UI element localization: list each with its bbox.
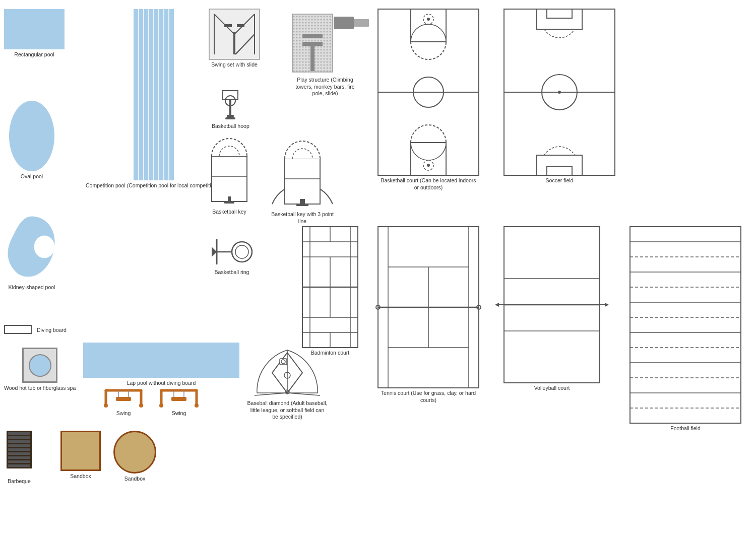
sandbox-round-label: Sandbox [124,476,145,483]
svg-rect-50 [302,42,323,46]
oval-pool-item: Oval pool [9,101,54,180]
svg-rect-2 [8,432,30,435]
svg-rect-56 [225,117,235,119]
svg-point-69 [235,245,248,258]
bball-key-3pt-shape [267,139,338,209]
svg-rect-49 [302,34,323,38]
svg-rect-42 [233,32,235,54]
lap-pool-shape [83,343,239,378]
svg-rect-53 [229,100,231,115]
rectangular-pool-shape [4,9,65,49]
bball-key-item: Basketball key [209,146,249,216]
soccer-field-label: Soccer field [546,177,574,184]
svg-rect-48 [354,19,369,27]
swing-set-label: Swing set with slide [211,61,258,69]
svg-rect-3 [8,436,30,439]
swing-set-item: Swing set with slide [209,9,260,69]
sandbox-round-item: Sandbox [113,431,156,483]
svg-rect-30 [171,397,186,401]
sandbox-square-item: Sandbox [60,431,101,480]
bball-ring-label: Basketball ring [215,269,249,276]
bball-ring-item: Basketball ring [209,237,255,276]
tennis-court-item: Tennis court (Use for grass, clay, or ha… [378,227,479,403]
bball-key-3pt-item: Basketball key with 3 point line [267,139,338,225]
sandbox-square-label: Sandbox [70,473,91,480]
swing2-item: Swing [159,388,199,417]
diving-board-shape [4,325,32,334]
barbeque-label: Barbeque [8,478,31,485]
bball-court-shape [378,9,479,175]
swing-set-shape [209,9,260,59]
football-field-item: Football field [630,227,741,432]
bball-hoop-item: Basketball hoop [212,91,249,130]
wood-hot-tub-label: Wood hot tub or fiberglass spa [4,385,76,392]
diving-board-item: Diving board [4,325,67,334]
wood-hot-tub-item: Wood hot tub or fiberglass spa [4,348,76,392]
tennis-court-shape [378,227,479,388]
baseball-shape [252,327,323,398]
play-structure-label: Play structure (Climbing towers, monkey … [290,77,360,97]
svg-point-96 [427,164,430,167]
svg-rect-64 [296,204,308,206]
sandbox-round-shape [113,431,156,474]
wood-hot-tub-shape [22,348,57,383]
svg-rect-61 [285,159,320,204]
svg-rect-5 [8,444,30,447]
soccer-field-item: Soccer field [504,9,615,184]
svg-point-104 [558,91,561,94]
svg-rect-6 [8,448,30,451]
svg-rect-51 [310,46,314,71]
svg-rect-8 [8,456,30,459]
oval-pool-shape [9,101,54,171]
hot-tub-inner [29,354,51,377]
bball-ring-shape [209,237,255,267]
baseball-item: Baseball diamond (Adult baseball, little… [247,327,328,421]
rectangular-pool-label: Rectangular pool [14,51,54,58]
svg-rect-124 [630,227,741,423]
svg-rect-57 [212,156,247,201]
bball-court-item: Basketball court (Can be located indoors… [378,9,479,191]
kidney-pool-label: Kidney-shaped pool [9,284,55,291]
lap-pool-item: Lap pool without diving board [83,343,239,387]
svg-rect-7 [8,452,30,455]
bball-hoop-label: Basketball hoop [212,123,249,130]
bball-hoop-shape [213,91,248,121]
svg-point-26 [139,403,143,408]
svg-point-93 [427,18,430,21]
competition-pool-shape [134,9,174,180]
barbeque-item: Barbeque [4,431,34,485]
kidney-pool-shape [4,212,59,282]
play-structure-item: Play structure (Climbing towers, monkey … [290,9,360,97]
svg-rect-22 [116,397,131,401]
bball-key-shape [209,146,249,207]
svg-point-0 [34,236,54,258]
bball-court-label: Basketball court (Can be located indoors… [378,177,479,191]
football-field-label: Football field [670,425,701,432]
soccer-field-shape [504,9,615,175]
swing1-item: Swing [103,388,144,417]
svg-rect-60 [224,201,234,204]
svg-rect-9 [8,460,30,463]
svg-marker-119 [495,303,499,307]
oval-pool-label: Oval pool [21,173,43,180]
svg-point-25 [104,403,108,408]
svg-rect-47 [334,17,354,29]
svg-marker-121 [605,303,609,307]
tennis-court-label: Tennis court (Use for grass, clay, or ha… [378,390,479,403]
bball-key-3pt-label: Basketball key with 3 point line [267,211,338,225]
svg-rect-41 [237,24,244,27]
volleyball-court-shape [504,227,600,383]
diving-board-label: Diving board [37,327,67,334]
volleyball-court-item: Volleyball court [504,227,600,392]
svg-rect-10 [8,464,30,467]
baseball-label: Baseball diamond (Adult baseball, little… [247,400,328,421]
svg-rect-40 [224,24,232,27]
swing2-shape [159,388,199,408]
barbeque-shape [4,431,34,476]
kidney-pool-item: Kidney-shaped pool [4,212,59,291]
rectangular-pool-item: Rectangular pool [4,9,65,58]
svg-rect-55 [227,115,234,117]
swing1-label: Swing [116,410,131,417]
competition-pool-label: Competition pool (Competition pool for l… [86,182,221,189]
swing1-shape [103,388,144,408]
